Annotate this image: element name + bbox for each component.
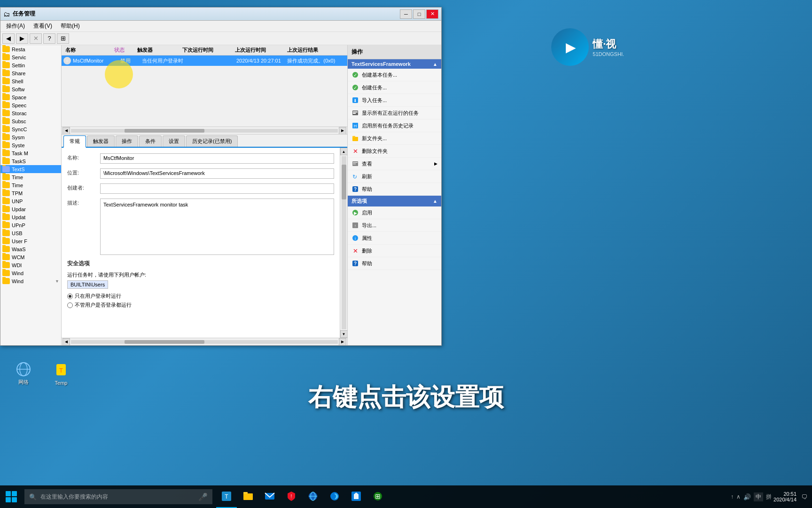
tab-triggers[interactable]: 触发器 bbox=[87, 135, 115, 147]
sidebar-item-wdi[interactable]: WDI bbox=[0, 261, 61, 269]
sidebar-item-updat[interactable]: Updat bbox=[0, 213, 61, 221]
tray-ime-icon[interactable]: 中 bbox=[754, 492, 763, 501]
field-location[interactable]: \Microsoft\Windows\TextServicesFramework bbox=[100, 168, 334, 179]
action-properties[interactable]: i 属性 bbox=[348, 232, 441, 245]
toolbar-btn-3[interactable]: ✕ bbox=[30, 33, 42, 44]
sidebar-item-storac[interactable]: Storac bbox=[0, 109, 61, 117]
start-button[interactable] bbox=[0, 485, 23, 508]
menu-help[interactable]: 帮助(H) bbox=[57, 21, 84, 31]
radio-option-1[interactable]: 只在用户登录时运行 bbox=[67, 293, 334, 300]
sidebar-item-tasks[interactable]: TaskS bbox=[0, 157, 61, 165]
scroll-right[interactable]: ▶ bbox=[339, 127, 346, 135]
sidebar-item-syste[interactable]: Syste bbox=[0, 141, 61, 149]
sidebar-item-sysm[interactable]: Sysm bbox=[0, 133, 61, 141]
action-delete[interactable]: ✕ 删除 bbox=[348, 245, 441, 257]
table-row[interactable]: ○ MsCtfMonitor 禁用 当任何用户登录时 2020/4/13 20:… bbox=[62, 56, 347, 66]
taskbar-app-taskmgr[interactable]: T bbox=[216, 485, 237, 508]
sidebar-item-share[interactable]: Share bbox=[0, 69, 61, 77]
scroll-track[interactable] bbox=[71, 129, 338, 133]
actions-subheader-selected[interactable]: 所选项 ▲ bbox=[348, 196, 441, 206]
sidebar-item-usb[interactable]: USB bbox=[0, 229, 61, 237]
maximize-button[interactable]: □ bbox=[413, 9, 425, 19]
sidebar-item-servic[interactable]: Servic bbox=[0, 53, 61, 61]
tab-actions[interactable]: 操作 bbox=[116, 135, 138, 147]
sidebar-item-unp[interactable]: UNP bbox=[0, 197, 61, 205]
sidebar-item-resta[interactable]: Resta bbox=[0, 45, 61, 53]
minimize-button[interactable]: ─ bbox=[400, 9, 412, 19]
taskbar-app-ie[interactable] bbox=[303, 485, 323, 508]
tray-volume-icon[interactable]: 🔊 bbox=[743, 493, 751, 500]
sidebar-item-texts[interactable]: TextS bbox=[0, 165, 61, 173]
toolbar-btn-2[interactable]: ▶ bbox=[16, 33, 28, 44]
scroll-down[interactable]: ▼ bbox=[340, 330, 348, 338]
toolbar-btn-view[interactable]: ⊞ bbox=[57, 33, 69, 44]
sidebar-item-updar[interactable]: Updar bbox=[0, 205, 61, 213]
sidebar-item-space[interactable]: Space bbox=[0, 93, 61, 101]
detail-scroll-track-h[interactable] bbox=[71, 340, 338, 344]
action-help-main[interactable]: ? 帮助 bbox=[348, 183, 441, 196]
taskbar-search-bar[interactable]: 🔍 🎤 bbox=[24, 489, 212, 504]
scroll-up[interactable]: ▲ bbox=[340, 148, 348, 155]
actions-subheader-main[interactable]: TextServicesFramework ▲ bbox=[348, 59, 441, 69]
sidebar-item-softw[interactable]: Softw bbox=[0, 85, 61, 93]
menu-action[interactable]: 操作(A) bbox=[2, 21, 29, 31]
taskbar-app-security[interactable]: ! bbox=[281, 485, 302, 508]
desktop-icon-temp[interactable]: T Temp bbox=[42, 361, 80, 386]
action-refresh[interactable]: ↻ 刷新 bbox=[348, 170, 441, 183]
sidebar-item-time1[interactable]: Time bbox=[0, 173, 61, 181]
sidebar-item-tpm[interactable]: TPM bbox=[0, 189, 61, 197]
taskbar-app-store[interactable] bbox=[346, 485, 367, 508]
sidebar-item-wind2[interactable]: Wind ▼ bbox=[0, 277, 61, 285]
detail-scroll-right[interactable]: ▶ bbox=[339, 338, 346, 346]
scroll-left[interactable]: ◀ bbox=[62, 127, 70, 135]
tab-history[interactable]: 历史记录(已禁用) bbox=[186, 135, 238, 147]
action-enable-history[interactable]: H 启用所有任务历史记录 bbox=[348, 119, 441, 132]
sidebar-item-upnp[interactable]: UPnP bbox=[0, 221, 61, 229]
field-desc[interactable]: TextServicesFramework monitor task bbox=[100, 198, 334, 255]
action-create-basic[interactable]: ✓ 创建基本任务... bbox=[348, 69, 441, 81]
radio-option-2[interactable]: 不管用户是否登录都运行 bbox=[67, 302, 334, 309]
action-help-selected[interactable]: ? 帮助 bbox=[348, 257, 441, 270]
tab-settings[interactable]: 设置 bbox=[163, 135, 185, 147]
sidebar-item-wcm[interactable]: WCM bbox=[0, 253, 61, 261]
detail-scroll-track[interactable] bbox=[342, 156, 346, 329]
action-create-task[interactable]: ✓ 创建任务... bbox=[348, 81, 441, 94]
action-view[interactable]: 查看 ▶ bbox=[348, 158, 441, 170]
detail-scroll-left[interactable]: ◀ bbox=[62, 338, 70, 346]
toolbar-btn-help[interactable]: ? bbox=[43, 33, 55, 44]
search-input[interactable] bbox=[40, 493, 195, 500]
tab-conditions[interactable]: 条件 bbox=[139, 135, 162, 147]
field-name[interactable]: MsCtfMonitor bbox=[100, 153, 334, 164]
sidebar-item-wind1[interactable]: Wind bbox=[0, 269, 61, 277]
action-new-folder[interactable]: 新文件夹... bbox=[348, 132, 441, 145]
action-delete-folder[interactable]: ✕ 删除文件夹 bbox=[348, 145, 441, 158]
tray-upload-icon[interactable]: ↑ bbox=[731, 493, 734, 500]
desktop-icon-network[interactable]: 网络 bbox=[5, 360, 42, 386]
tab-general[interactable]: 常规 bbox=[63, 135, 86, 148]
taskbar-app-edge[interactable] bbox=[324, 485, 345, 508]
tray-time[interactable]: 20:51 2020/4/14 bbox=[773, 491, 796, 502]
sidebar-item-settin[interactable]: Settin bbox=[0, 61, 61, 69]
sidebar-item-subsc[interactable]: Subsc bbox=[0, 117, 61, 125]
close-button[interactable]: ✕ bbox=[426, 9, 438, 19]
sidebar-item-speec[interactable]: Speec bbox=[0, 101, 61, 109]
action-import[interactable]: ⬇ 导入任务... bbox=[348, 94, 441, 107]
sidebar-item-shell[interactable]: Shell bbox=[0, 77, 61, 85]
sidebar-item-taskm[interactable]: Task M bbox=[0, 149, 61, 157]
action-show-running[interactable]: 显示所有正在运行的任务 bbox=[348, 107, 441, 119]
field-author[interactable] bbox=[100, 183, 334, 194]
menu-view[interactable]: 查看(V) bbox=[30, 21, 56, 31]
tray-expand-icon[interactable]: ∧ bbox=[736, 493, 741, 500]
sidebar-item-time2[interactable]: Time bbox=[0, 181, 61, 189]
sidebar-item-userf[interactable]: User F bbox=[0, 237, 61, 245]
tray-lang-icon[interactable]: 拼 bbox=[766, 493, 772, 501]
action-export[interactable]: ↑ 导出... bbox=[348, 219, 441, 232]
action-enable[interactable]: ▶ 启用 bbox=[348, 206, 441, 219]
taskbar-app-game[interactable]: ⊞ bbox=[367, 485, 388, 508]
taskbar-app-explorer[interactable] bbox=[238, 485, 258, 508]
sidebar-item-waas[interactable]: WaaS bbox=[0, 245, 61, 253]
taskbar-app-mail[interactable] bbox=[259, 485, 280, 508]
notifications-icon[interactable]: 🗨 bbox=[801, 493, 807, 500]
toolbar-btn-1[interactable]: ◀ bbox=[2, 33, 15, 44]
sidebar-item-syncc[interactable]: SyncC bbox=[0, 125, 61, 133]
